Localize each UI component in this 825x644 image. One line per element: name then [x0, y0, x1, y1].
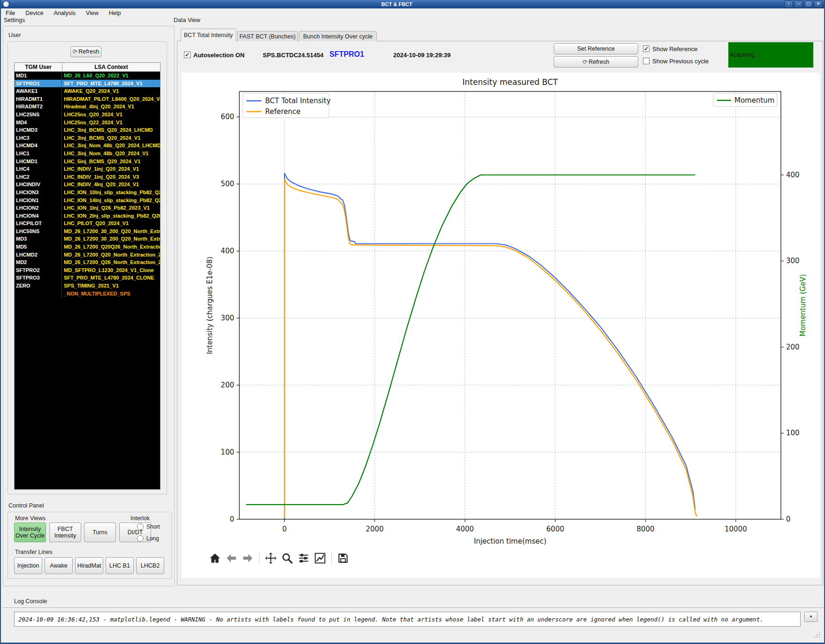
home-icon[interactable]	[209, 552, 221, 564]
table-row[interactable]: LHCMD3LHC_3inj_BCMS_Q20_2024_LHCMD	[15, 126, 160, 134]
table-row[interactable]: SFTPRO2MD_SFTPRO_L1230_2024_V1_Clone	[15, 266, 160, 274]
tgm-user-cell: LHCION4	[15, 212, 62, 220]
tab-bct-total-intensity[interactable]: BCT Total Intensity	[181, 29, 236, 41]
user-refresh-button[interactable]: ⟳ Refresh	[70, 46, 101, 57]
table-row[interactable]: LHCMD4LHC_3inj_Nom_48b_Q20_2024_LHCMD	[15, 142, 160, 150]
app-icon	[3, 1, 9, 8]
table-row[interactable]: LHCION1LHC_ION_14Inj_slip_stacking_Pb82_…	[15, 197, 160, 205]
table-row[interactable]: LHC50NSMD_26_L7200_30_200_Q20_North_Extr…	[15, 227, 160, 235]
radio-icon	[137, 535, 144, 542]
log-scroll-up-button[interactable]: ▲	[804, 612, 817, 622]
tgm-user-cell: LHCINDIV	[15, 181, 62, 189]
table-row[interactable]: MD1MD_26_L60_Q20_2022_V1	[15, 72, 160, 80]
table-row[interactable]: HIRADMT1HIRADMAT_PILOT_L8400_Q20_2024_V1	[15, 95, 160, 103]
autoselection-checkbox[interactable]: ✓	[184, 52, 191, 58]
table-row[interactable]: _NON_MULTIPLEXED_SPS	[15, 290, 160, 298]
transfer-hiradmat[interactable]: HiradMat	[75, 557, 103, 574]
user-refresh-label: Refresh	[78, 48, 99, 55]
lsa-context-cell: LHC_3inj_Nom_48b_Q20_2024_V1	[62, 150, 160, 158]
menu-view[interactable]: View	[86, 10, 99, 16]
log-console-rule	[3, 607, 823, 608]
table-row[interactable]: MD5MD_26_L7200_Q20Q26_North_Extraction_2…	[15, 243, 160, 251]
table-row[interactable]: ZEROSPS_TIMING_2021_V1	[15, 282, 160, 290]
table-row[interactable]: MD2MD_26_L7200_Q26_North_Extraction_2024…	[15, 258, 160, 266]
radio-label: Long	[146, 535, 159, 542]
resize-grip[interactable]	[814, 631, 820, 638]
pan-icon[interactable]	[265, 552, 277, 564]
more-views-intensity-over-cycle[interactable]: Intensity Over Cycle	[14, 523, 46, 542]
zoom-icon[interactable]	[281, 552, 293, 564]
table-row[interactable]: SFTPRO1SFT_PRO_MTE_L4780_2024_V1	[15, 80, 160, 88]
menu-file[interactable]: File	[6, 10, 15, 16]
forward-icon[interactable]	[242, 552, 254, 564]
radio-icon	[137, 523, 144, 530]
rollup-button[interactable]: ↑	[784, 0, 793, 8]
menu-help[interactable]: Help	[109, 10, 121, 16]
table-row[interactable]: LHCINDIVLHC_INDIV_4Inj_Q20_2024_V1	[15, 181, 160, 189]
plot-toolbar	[209, 552, 349, 564]
y-tick-label-right: 300	[786, 257, 800, 265]
show-reference-checkbox[interactable]: ✓	[643, 45, 649, 52]
refresh-icon: ⟳	[73, 48, 77, 55]
close-button[interactable]: ✕	[814, 0, 823, 8]
set-reference-button[interactable]: Set Reference	[554, 43, 638, 54]
tgm-user-cell: LHCMD2	[15, 251, 62, 259]
status-text: Acquiring...	[730, 52, 759, 58]
table-row[interactable]: LHCION3LHC_ION_10Inj_slip_stacking_Pb82_…	[15, 189, 160, 197]
toolbar-separator	[259, 553, 260, 564]
table-row[interactable]: LHCION2LHC_ION_1Inj_Q26_Pb82_2023_V1	[15, 204, 160, 212]
table-row[interactable]: LHC3LHC_3inj_BCMS_Q20_2024_V1	[15, 134, 160, 142]
lsa-context-cell: LHC_3inj_BCMS_Q20_2024_LHCMD	[62, 126, 160, 134]
y-tick-label-left: 500	[221, 180, 234, 188]
table-row[interactable]: MD4LHC25ns_Q22_2024_V1	[15, 119, 160, 127]
configure-subplots-icon[interactable]	[298, 552, 310, 564]
table-row[interactable]: AWAKE1AWAKE_Q20_2024_V1	[15, 87, 160, 95]
save-icon[interactable]	[337, 552, 349, 564]
y-tick-label-left: 100	[221, 448, 234, 456]
more-views-fbct-intensity[interactable]: FBCT Intensity	[49, 523, 81, 542]
tgm-user-cell: HIRADMT2	[15, 103, 62, 111]
table-row[interactable]: LHCPILOTLHC_PILOT_Q20_2024_V1	[15, 220, 160, 227]
interlok-radio-long[interactable]: Long	[137, 535, 159, 542]
minimize-button[interactable]: –	[794, 0, 803, 8]
transfer-injection[interactable]: Injection	[14, 557, 42, 574]
acquisition-timestamp: 2024-10-09 19:29:39	[393, 52, 451, 59]
tab-fast-bct-bunches-[interactable]: FAST BCT (Bunches)	[237, 31, 298, 41]
lsa-context-cell: LHC_ION_2Inj_slip_stacking_Pb82_Q26_20..…	[62, 212, 160, 220]
back-icon[interactable]	[225, 552, 237, 564]
table-row[interactable]: LHC25NSLHC25ns_Q20_2024_V1	[15, 111, 160, 119]
transfer-awake[interactable]: Awake	[45, 557, 73, 574]
tgm-user-cell: MD4	[15, 119, 62, 127]
tgm-user-cell: LHCION3	[15, 189, 62, 197]
table-body: MD1MD_26_L60_Q20_2022_V1SFTPRO1SFT_PRO_M…	[15, 72, 160, 297]
tab-bunch-intensity-over-cycle[interactable]: Bunch Intensity Over cycle	[299, 31, 377, 41]
table-row[interactable]: LHCMD1LHC_5inj_BCMS_Q20_2024_V1	[15, 158, 160, 166]
more-views-label: More Views	[15, 515, 46, 522]
transfer-lhc-b1[interactable]: LHC B1	[106, 557, 134, 574]
menu-device[interactable]: Device	[25, 10, 43, 16]
table-row[interactable]: LHCMD2MD_26_L7200_Q20_North_Extraction_2…	[15, 251, 160, 259]
table-row[interactable]: SFTPRO3SFT_PRO_MTE_L4780_2024_CLONE	[15, 274, 160, 282]
status-badge: Acquiring...	[728, 42, 813, 68]
tgm-user-cell: LHCMD3	[15, 126, 62, 134]
dataview-refresh-button[interactable]: ⟳ Refresh	[554, 56, 638, 68]
more-views-turns[interactable]: Turns	[84, 523, 116, 542]
maximize-button[interactable]: ▢	[804, 0, 813, 8]
log-console-field[interactable]: 2024-10-09 16:36:42,153 - matplotlib.leg…	[14, 612, 801, 627]
table-row[interactable]: LHC2LHC_INDIV_1inj_Q20_2024_V3	[15, 173, 160, 181]
window-controls: ↑–▢✕	[784, 0, 823, 8]
tgm-user-cell: LHCPILOT	[15, 220, 62, 227]
table-row[interactable]: LHC1LHC_3inj_Nom_48b_Q20_2024_V1	[15, 150, 160, 158]
show-previous-checkbox[interactable]	[643, 58, 649, 64]
lsa-context-cell: HIRADMAT_PILOT_L8400_Q20_2024_V1	[62, 95, 160, 103]
transfer-lhcb2[interactable]: LHCB2	[136, 557, 164, 574]
axes-edit-icon[interactable]	[314, 552, 326, 564]
table-row[interactable]: LHCION4LHC_ION_2Inj_slip_stacking_Pb82_Q…	[15, 212, 160, 220]
lsa-context-cell: LHC25ns_Q22_2024_V1	[62, 119, 160, 127]
table-row[interactable]: MD3MD_26_L7200_30_200_Q20_North_Extracti…	[15, 235, 160, 243]
table-row[interactable]: HIRADMT2Hiradmat_4Inj_Q20_2024_V1	[15, 103, 160, 111]
menu-analysis[interactable]: Analysis	[53, 10, 76, 16]
x-axis-label: Injection time(msec)	[474, 537, 547, 546]
table-row[interactable]: LHC4LHC_INDIV_1inj_Q20_2024_V1	[15, 165, 160, 173]
interlok-radio-short[interactable]: Short	[137, 523, 160, 530]
